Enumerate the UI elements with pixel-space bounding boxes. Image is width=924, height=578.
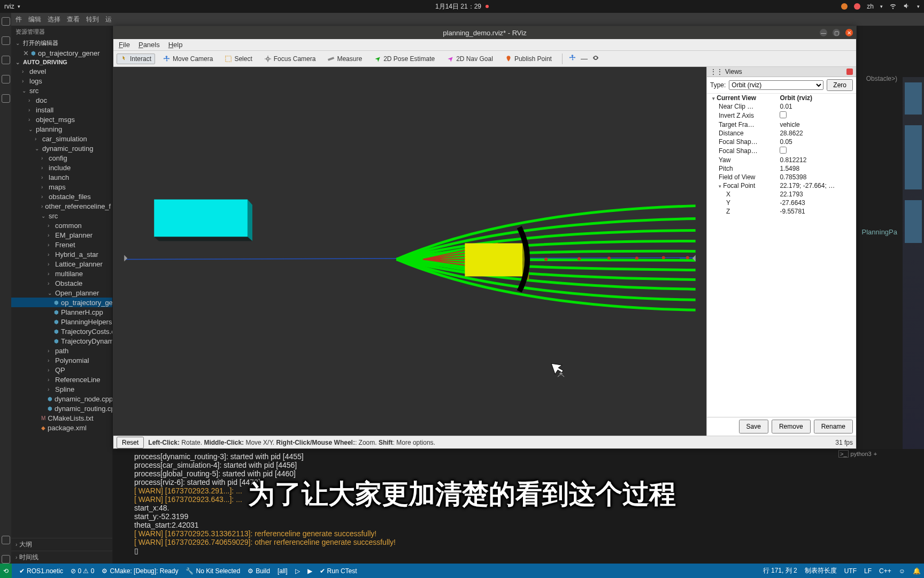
- folder-item[interactable]: ›config: [11, 153, 112, 163]
- open-editors-section[interactable]: ⌄打开的编辑器: [11, 38, 112, 48]
- input-lang[interactable]: zh: [867, 3, 874, 10]
- eol-status[interactable]: LF: [864, 567, 872, 575]
- debug-button[interactable]: ▷: [295, 567, 300, 575]
- tool-move[interactable]: Move Camera: [159, 54, 217, 64]
- view-property-row[interactable]: Yaw0.812212: [707, 156, 856, 164]
- eye-icon[interactable]: [592, 54, 599, 63]
- view-property-row[interactable]: Invert Z Axis: [707, 111, 856, 120]
- menu-file[interactable]: 件: [16, 15, 22, 24]
- folder-item[interactable]: ›car_simulation: [11, 134, 112, 143]
- tool-select[interactable]: Select: [221, 54, 256, 64]
- open-editor-item[interactable]: ✕ ⬢ op_trajectory_gener: [11, 48, 112, 58]
- file-item[interactable]: ⬢TrajectoryCosts.cpp: [11, 326, 112, 336]
- folder-item[interactable]: ›QP: [11, 365, 112, 375]
- view-property-row[interactable]: Field of View0.785398: [707, 173, 856, 181]
- tool-focus[interactable]: Focus Camera: [260, 54, 320, 64]
- folder-item[interactable]: ⌄dynamic_routing: [11, 143, 112, 153]
- folder-item[interactable]: ›multilane: [11, 269, 112, 278]
- file-item[interactable]: ⬢TrajectoryDynamicCosts.cpp: [11, 336, 112, 346]
- build-button[interactable]: ⚙ Build: [248, 567, 270, 575]
- menu-select[interactable]: 选择: [48, 15, 60, 24]
- outline-section[interactable]: ›大纲: [11, 538, 112, 551]
- folder-item[interactable]: ›doc: [11, 95, 112, 105]
- wifi-icon[interactable]: [889, 2, 897, 11]
- minus-icon[interactable]: —: [581, 55, 588, 63]
- build-target[interactable]: [all]: [278, 567, 288, 575]
- volume-icon[interactable]: [903, 2, 911, 11]
- close-button[interactable]: ✕: [845, 29, 853, 36]
- maximize-button[interactable]: ▢: [833, 29, 840, 36]
- folder-item[interactable]: ›Spline: [11, 384, 112, 394]
- encoding-status[interactable]: UTF: [844, 567, 857, 575]
- ros-status[interactable]: ✔ ROS1.noetic: [19, 567, 63, 575]
- rviz-titlebar[interactable]: planning_demo.rviz* - RViz — ▢ ✕: [113, 26, 856, 39]
- rename-button[interactable]: Rename: [814, 420, 853, 434]
- folder-item[interactable]: ⌄src: [11, 86, 112, 95]
- folder-item[interactable]: ⌄src: [11, 211, 112, 220]
- folder-item[interactable]: ›ReferenceLine: [11, 375, 112, 384]
- view-property-row[interactable]: Z-9.55781: [707, 207, 856, 216]
- folder-item[interactable]: ›maps: [11, 182, 112, 192]
- folder-item[interactable]: ›Lattice_planner: [11, 259, 112, 269]
- file-item[interactable]: ⬢PlanningHelpers.cp: [11, 317, 112, 326]
- folder-item[interactable]: ⌄Open_planner: [11, 288, 112, 298]
- menu-file[interactable]: File: [119, 41, 130, 49]
- folder-item[interactable]: ›Polynomial: [11, 355, 112, 365]
- file-item[interactable]: ◆package.xml: [11, 423, 112, 432]
- view-property-row[interactable]: ▾ Current ViewOrbit (rviz): [707, 94, 856, 102]
- views-properties[interactable]: ▾ Current ViewOrbit (rviz)Near Clip …0.0…: [707, 94, 856, 417]
- view-property-row[interactable]: Near Clip …0.01: [707, 102, 856, 111]
- menu-run[interactable]: 运: [105, 15, 112, 24]
- folder-item[interactable]: ›object_msgs: [11, 115, 112, 124]
- move-xyz-icon[interactable]: [569, 54, 576, 63]
- view-property-row[interactable]: Y-27.6643: [707, 199, 856, 207]
- tool-measure[interactable]: Measure: [324, 54, 366, 64]
- kit-status[interactable]: 🔧 No Kit Selected: [186, 567, 240, 575]
- folder-item[interactable]: ›logs: [11, 76, 112, 86]
- file-item[interactable]: ⬢PlannerH.cpp: [11, 307, 112, 317]
- search-icon[interactable]: [2, 36, 10, 45]
- pin-icon[interactable]: [846, 69, 853, 75]
- views-panel-header[interactable]: ⋮⋮ Views: [707, 67, 856, 77]
- file-item[interactable]: ⬢op_trajectory_gen: [11, 298, 112, 307]
- project-section[interactable]: ⌄AUTO_DRIVING: [11, 58, 112, 66]
- run-button[interactable]: ▶: [307, 567, 312, 575]
- minimize-button[interactable]: —: [820, 29, 827, 36]
- tool-interact[interactable]: Interact: [117, 54, 155, 64]
- file-item[interactable]: MCMakeLists.txt: [11, 413, 112, 423]
- tool-pub[interactable]: Publish Point: [501, 54, 556, 64]
- terminal-tab[interactable]: >_ python3 +: [838, 449, 903, 459]
- feedback-icon[interactable]: ☺: [899, 567, 905, 575]
- indent-status[interactable]: 制表符长度: [805, 566, 837, 575]
- menu-panels[interactable]: Panels: [138, 41, 160, 49]
- save-button[interactable]: Save: [739, 420, 768, 434]
- view-property-row[interactable]: X22.1793: [707, 190, 856, 199]
- folder-item[interactable]: ›Obstacle: [11, 278, 112, 288]
- view-property-row[interactable]: Distance28.8622: [707, 129, 856, 138]
- folder-item[interactable]: ›Hybrid_a_star: [11, 249, 112, 259]
- menu-go[interactable]: 转到: [86, 15, 99, 24]
- file-item[interactable]: ⬢dynamic_routing.cpp: [11, 404, 112, 413]
- extensions-icon[interactable]: [2, 94, 10, 103]
- folder-item[interactable]: ›other_referenceline_f: [11, 201, 112, 211]
- ctest-button[interactable]: ✔ Run CTest: [320, 567, 357, 575]
- menu-edit[interactable]: 编辑: [28, 15, 41, 24]
- view-property-row[interactable]: Target Fra…vehicle: [707, 120, 856, 129]
- expand-left-icon[interactable]: [124, 255, 127, 261]
- timeline-section[interactable]: ›时间线: [11, 551, 112, 564]
- cmake-status[interactable]: ⚙ CMake: [Debug]: Ready: [102, 567, 178, 575]
- folder-item[interactable]: ›launch: [11, 172, 112, 182]
- gear-icon[interactable]: [2, 555, 10, 564]
- remote-indicator[interactable]: ⟲: [0, 564, 12, 578]
- folder-item[interactable]: ⌄planning: [11, 124, 112, 134]
- language-status[interactable]: C++: [879, 567, 891, 575]
- git-icon[interactable]: [2, 56, 10, 64]
- folder-item[interactable]: ›devel: [11, 66, 112, 76]
- problems-count[interactable]: ⊘ 0 ⚠ 0: [71, 567, 94, 575]
- menu-help[interactable]: Help: [168, 41, 183, 49]
- bell-icon[interactable]: 🔔: [913, 567, 921, 575]
- view-property-row[interactable]: Pitch1.5498: [707, 164, 856, 173]
- remove-button[interactable]: Remove: [772, 420, 811, 434]
- view-property-row[interactable]: Focal Shap…: [707, 146, 856, 156]
- folder-item[interactable]: ›common: [11, 220, 112, 230]
